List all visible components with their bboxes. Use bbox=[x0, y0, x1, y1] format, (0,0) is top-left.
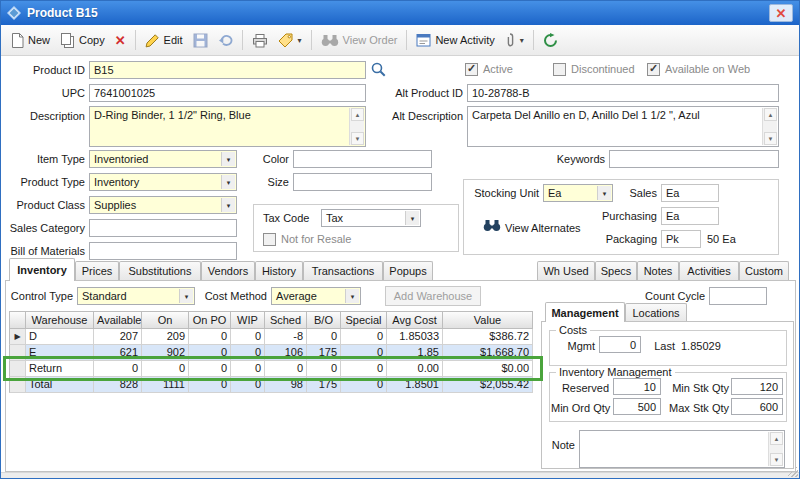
delete-button[interactable]: ✕ bbox=[110, 30, 131, 51]
scroll-up-icon[interactable]: ▲ bbox=[764, 108, 777, 121]
product-type-combo[interactable]: Inventory▾ bbox=[89, 173, 237, 191]
keywords-field[interactable] bbox=[609, 150, 779, 168]
grid-cell[interactable]: 0 bbox=[231, 329, 265, 345]
save-button[interactable] bbox=[188, 30, 213, 51]
attachment-button[interactable]: ▾ bbox=[500, 29, 529, 51]
tab-history[interactable]: History bbox=[255, 261, 303, 280]
grid-cell[interactable]: 1.85 bbox=[387, 345, 443, 361]
chevron-down-icon[interactable]: ▾ bbox=[221, 175, 235, 189]
stocking-unit-combo[interactable]: Ea▾ bbox=[543, 184, 613, 202]
grid-cell[interactable]: E bbox=[26, 345, 94, 361]
column-header[interactable]: WIP bbox=[231, 311, 265, 329]
grid-cell[interactable]: 0 bbox=[189, 361, 231, 377]
grid-cell[interactable]: 0 bbox=[189, 329, 231, 345]
scrollbar[interactable]: ▲▼ bbox=[762, 108, 777, 145]
grid-cell[interactable]: 207 bbox=[94, 329, 142, 345]
view-alternates-button[interactable]: View Alternates bbox=[505, 222, 581, 234]
tab-custom[interactable]: Custom bbox=[739, 261, 789, 280]
grid-cell[interactable]: -8 bbox=[265, 329, 307, 345]
mgmt-cost-field[interactable]: 0 bbox=[599, 336, 641, 353]
product-id-field[interactable]: B15 bbox=[89, 61, 366, 79]
reserved-field[interactable]: 10 bbox=[613, 378, 661, 395]
grid-cell[interactable]: 828 bbox=[94, 377, 142, 393]
grid-cell[interactable]: 0 bbox=[231, 345, 265, 361]
alt-description-field[interactable]: Carpeta Del Anillo en D, Anillo Del 1 1/… bbox=[467, 106, 779, 147]
column-header[interactable]: Special bbox=[341, 311, 387, 329]
grid-cell[interactable]: $0.00 bbox=[443, 361, 533, 377]
sales-unit-field[interactable]: Ea bbox=[661, 184, 719, 202]
chevron-down-icon[interactable]: ▾ bbox=[345, 289, 359, 303]
bill-of-materials-field[interactable] bbox=[89, 242, 237, 260]
grid-cell[interactable]: 0 bbox=[307, 329, 341, 345]
scroll-up-icon[interactable]: ▲ bbox=[770, 432, 783, 445]
tab-substitutions[interactable]: Substitutions bbox=[119, 261, 201, 280]
column-header[interactable]: Warehouse bbox=[26, 311, 94, 329]
grid-cell[interactable]: 0.00 bbox=[387, 361, 443, 377]
discontinued-checkbox[interactable]: Discontinued bbox=[553, 62, 635, 76]
chevron-down-icon[interactable]: ▾ bbox=[597, 186, 611, 200]
chevron-down-icon[interactable]: ▾ bbox=[221, 152, 235, 166]
grid-cell[interactable]: 98 bbox=[265, 377, 307, 393]
control-type-combo[interactable]: Standard▾ bbox=[77, 287, 195, 305]
grid-cell[interactable]: 0 bbox=[341, 361, 387, 377]
min-stk-qty-field[interactable]: 120 bbox=[731, 378, 783, 395]
new-button[interactable]: New bbox=[6, 30, 55, 51]
column-header[interactable]: On PO bbox=[189, 311, 231, 329]
sales-category-field[interactable] bbox=[89, 219, 237, 237]
table-row-return[interactable]: Return 0 0 0 0 0 0 0 0.00 $0.00 bbox=[9, 361, 533, 377]
packaging-unit-field[interactable]: Pk bbox=[661, 230, 701, 248]
grid-cell[interactable]: Return bbox=[26, 361, 94, 377]
column-header[interactable]: Value bbox=[443, 311, 533, 329]
table-row[interactable]: ▶ D 207 209 0 0 -8 0 0 1.85033 $386.72 bbox=[9, 329, 533, 345]
count-cycle-field[interactable] bbox=[709, 287, 767, 305]
grid-cell[interactable]: 0 bbox=[142, 361, 189, 377]
size-field[interactable] bbox=[293, 173, 432, 191]
scroll-down-icon[interactable]: ▼ bbox=[764, 132, 777, 145]
tag-button[interactable]: ▾ bbox=[273, 30, 307, 51]
edit-button[interactable]: Edit bbox=[140, 30, 188, 51]
grid-cell[interactable]: 0 bbox=[341, 345, 387, 361]
grid-cell[interactable]: 0 bbox=[231, 361, 265, 377]
print-button[interactable] bbox=[247, 30, 273, 51]
scroll-up-icon[interactable]: ▲ bbox=[351, 108, 364, 121]
tab-activities[interactable]: Activities bbox=[679, 261, 739, 280]
grid-cell[interactable]: 621 bbox=[94, 345, 142, 361]
grid-cell[interactable]: $386.72 bbox=[443, 329, 533, 345]
grid-cell[interactable]: 0 bbox=[341, 377, 387, 393]
chevron-down-icon[interactable]: ▾ bbox=[221, 198, 235, 212]
max-stk-qty-field[interactable]: 600 bbox=[731, 398, 783, 415]
column-header[interactable]: On Hand bbox=[142, 311, 189, 329]
tab-inventory[interactable]: Inventory bbox=[9, 258, 75, 281]
tab-vendors[interactable]: Vendors bbox=[201, 261, 255, 280]
grid-cell[interactable]: $1,668.70 bbox=[443, 345, 533, 361]
grid-cell[interactable]: 0 bbox=[341, 329, 387, 345]
available-on-web-checkbox[interactable]: Available on Web bbox=[647, 62, 750, 76]
grid-cell[interactable]: 0 bbox=[189, 345, 231, 361]
upc-field[interactable]: 7641001025 bbox=[89, 84, 366, 102]
scrollbar[interactable]: ▲▼ bbox=[349, 108, 364, 145]
grid-cell[interactable]: 175 bbox=[307, 345, 341, 361]
view-order-button[interactable]: View Order bbox=[316, 31, 403, 50]
table-row[interactable]: E 621 902 0 0 106 175 0 1.85 $1,668.70 bbox=[9, 345, 533, 361]
item-type-combo[interactable]: Inventoried▾ bbox=[89, 150, 237, 168]
grid-cell[interactable]: Total bbox=[26, 377, 94, 393]
color-field[interactable] bbox=[293, 150, 432, 168]
purchasing-unit-field[interactable]: Ea bbox=[661, 207, 719, 225]
tab-locations[interactable]: Locations bbox=[625, 303, 687, 322]
column-header[interactable]: Available bbox=[94, 311, 142, 329]
scrollbar[interactable]: ▲▼ bbox=[768, 432, 783, 466]
grid-cell[interactable]: 0 bbox=[307, 361, 341, 377]
note-field[interactable]: ▲▼ bbox=[579, 430, 785, 468]
tab-transactions[interactable]: Transactions bbox=[303, 261, 383, 280]
grid-cell[interactable]: 1.8501 bbox=[387, 377, 443, 393]
tab-management[interactable]: Management bbox=[545, 302, 625, 322]
grid-cell[interactable]: D bbox=[26, 329, 94, 345]
scroll-down-icon[interactable]: ▼ bbox=[770, 453, 783, 466]
grid-cell[interactable]: 0 bbox=[94, 361, 142, 377]
close-icon[interactable]: ✕ bbox=[769, 4, 793, 22]
search-icon[interactable] bbox=[370, 61, 387, 78]
column-header[interactable]: Avg Cost bbox=[387, 311, 443, 329]
column-header[interactable]: B/O bbox=[307, 311, 341, 329]
min-ord-qty-field[interactable]: 500 bbox=[613, 398, 661, 415]
grid-cell[interactable]: 1.85033 bbox=[387, 329, 443, 345]
